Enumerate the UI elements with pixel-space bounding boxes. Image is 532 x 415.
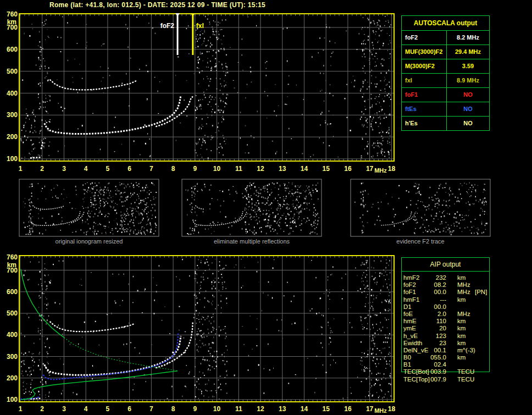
noise-dot — [212, 367, 213, 367]
parameter-value: 20 — [429, 325, 446, 332]
noise-dot — [214, 34, 215, 35]
noise-dot — [108, 190, 109, 191]
noise-dot — [216, 88, 217, 89]
noise-dot — [210, 68, 212, 69]
noise-dot — [41, 156, 42, 156]
noise-dot — [225, 288, 226, 289]
noise-dot — [286, 198, 287, 198]
noise-dot — [218, 278, 219, 279]
noise-dot — [375, 314, 376, 315]
noise-dot — [285, 190, 286, 192]
noise-dot — [197, 331, 198, 332]
noise-dot — [62, 390, 63, 392]
noise-dot — [185, 331, 186, 332]
noise-dot — [38, 57, 39, 59]
noise-dot — [291, 228, 291, 229]
noise-dot — [192, 197, 192, 198]
noise-dot — [218, 49, 219, 50]
noise-dot — [302, 153, 303, 154]
noise-dot — [280, 208, 281, 209]
noise-dot — [202, 45, 202, 46]
noise-dot — [363, 126, 364, 128]
noise-dot — [381, 110, 382, 111]
noise-dot — [477, 228, 478, 228]
noise-dot — [226, 82, 227, 82]
noise-dot — [373, 156, 373, 157]
noise-dot — [330, 65, 331, 66]
noise-dot — [58, 151, 58, 152]
noise-dot — [293, 193, 294, 194]
x-tick-label: 6 — [128, 405, 131, 413]
noise-dot — [209, 302, 210, 302]
noise-dot — [25, 391, 26, 392]
noise-dot — [291, 323, 292, 324]
noise-dot — [373, 324, 373, 326]
parameter-label: hmF1 — [403, 296, 419, 303]
noise-dot — [279, 226, 280, 227]
noise-dot — [473, 203, 473, 204]
noise-dot — [176, 276, 176, 278]
noise-dot — [197, 183, 198, 184]
noise-dot — [287, 60, 287, 62]
noise-dot — [217, 38, 218, 40]
noise-dot — [245, 209, 245, 211]
noise-dot — [201, 262, 202, 263]
noise-dot — [196, 381, 197, 383]
noise-dot — [203, 345, 204, 346]
noise-dot — [390, 144, 391, 145]
noise-dot — [285, 198, 286, 200]
noise-dot — [24, 381, 24, 382]
noise-dot — [200, 285, 201, 286]
noise-dot — [376, 113, 377, 113]
noise-dot — [388, 22, 389, 23]
noise-dot — [203, 279, 204, 280]
noise-dot — [220, 384, 221, 385]
y-tick-label: 200 — [7, 133, 18, 141]
noise-dot — [420, 201, 422, 202]
noise-dot — [258, 364, 259, 366]
noise-dot — [377, 330, 378, 331]
noise-dot — [76, 194, 77, 195]
noise-dot — [44, 342, 45, 344]
noise-dot — [31, 219, 31, 221]
noise-dot — [296, 198, 297, 200]
noise-dot — [368, 350, 369, 352]
noise-dot — [263, 292, 263, 294]
x-tick-label: 7 — [149, 405, 153, 413]
noise-dot — [155, 33, 156, 34]
noise-dot — [453, 223, 455, 225]
noise-dot — [77, 92, 78, 93]
noise-dot — [275, 217, 276, 218]
noise-dot — [275, 187, 275, 188]
noise-dot — [44, 142, 45, 143]
noise-dot — [387, 131, 388, 131]
noise-dot — [380, 106, 381, 107]
noise-dot — [372, 104, 373, 106]
noise-dot — [123, 192, 124, 193]
noise-dot — [198, 389, 198, 390]
parameter-value: 3.59 — [447, 59, 489, 73]
noise-dot — [436, 203, 437, 204]
noise-dot — [197, 108, 198, 110]
noise-dot — [98, 182, 99, 183]
noise-dot — [286, 216, 286, 217]
noise-dot — [330, 123, 331, 124]
noise-dot — [341, 278, 342, 279]
noise-dot — [294, 208, 295, 209]
noise-dot — [347, 397, 348, 398]
noise-dot — [329, 299, 330, 300]
noise-dot — [263, 186, 264, 187]
noise-dot — [216, 351, 217, 352]
noise-dot — [153, 197, 154, 197]
noise-dot — [121, 225, 122, 226]
noise-dot — [30, 213, 30, 214]
noise-dot — [285, 187, 286, 189]
noise-dot — [197, 184, 198, 185]
noise-dot — [472, 189, 473, 190]
noise-dot — [364, 27, 365, 27]
noise-dot — [52, 215, 53, 217]
noise-dot — [306, 196, 307, 197]
noise-dot — [373, 309, 373, 311]
noise-dot — [381, 130, 382, 131]
noise-dot — [361, 157, 361, 159]
